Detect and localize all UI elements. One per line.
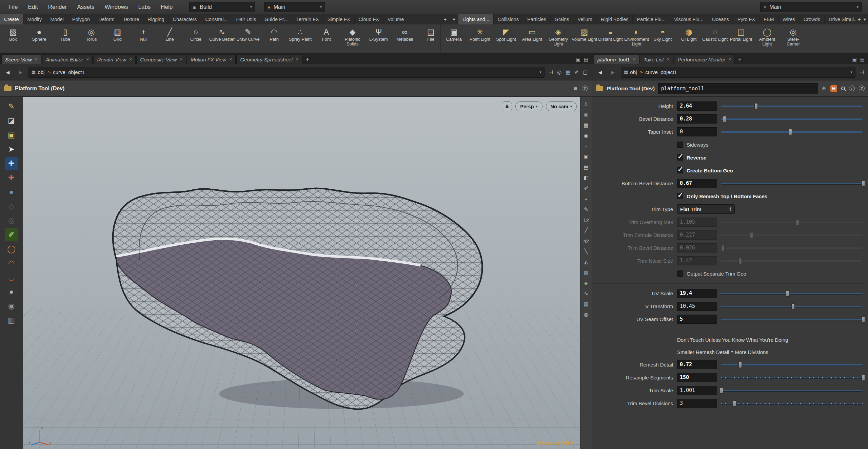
tool-ambient-light[interactable]: ◯ Ambient Light (754, 24, 780, 53)
param-value-field[interactable]: 0.72 (677, 360, 717, 369)
tool-grid[interactable]: ▦ Grid (104, 24, 131, 53)
param-value-field[interactable]: 0.28 (677, 114, 717, 124)
breadcrumb-network[interactable]: ▦ obj (624, 69, 637, 75)
shelf-menu-button[interactable]: ▾ (864, 17, 866, 22)
param-value-field[interactable]: 2.64 (677, 101, 717, 111)
shelf-tab[interactable]: Cloud FX (355, 14, 383, 24)
desktop-select[interactable]: ⊞ Build ▾ (189, 2, 255, 12)
pin-path-icon[interactable]: ⊣ (860, 69, 864, 75)
close-tab-icon[interactable]: × (667, 57, 670, 62)
tool-font[interactable]: A Font (313, 24, 339, 53)
shelf-tab[interactable]: Simple FX (323, 14, 355, 24)
tool-null[interactable]: + Null (131, 24, 157, 53)
param-value-field[interactable]: 10.45 (677, 302, 717, 311)
breadcrumb-node[interactable]: ∿ curve_object1 (639, 69, 677, 75)
close-tab-icon[interactable]: × (229, 57, 232, 62)
shelf-tab[interactable]: Wires (778, 14, 800, 24)
brush-display-icon[interactable]: ✐ (582, 184, 590, 192)
tool-draw-curve[interactable]: ✎ Draw Curve (235, 24, 261, 53)
tool-geometry-light[interactable]: ◈ Geometry Light (545, 24, 571, 53)
forward-button[interactable]: ▶ (608, 67, 618, 77)
param-slider[interactable] (720, 399, 863, 408)
param-slider[interactable] (720, 302, 863, 311)
param-value-field[interactable]: 0.026 (677, 243, 717, 252)
shelf-tab-menu-button[interactable]: ▾ (450, 14, 458, 24)
pane-tab[interactable]: Take List × (640, 54, 673, 64)
menu-item[interactable]: Edit (23, 4, 43, 11)
pane-menu-icon[interactable]: ▤ (584, 57, 588, 62)
camera-view-icon[interactable]: ▣ (582, 153, 590, 161)
param-value-field[interactable]: 1.001 (677, 386, 717, 395)
close-tab-icon[interactable]: × (633, 57, 635, 62)
info-icon[interactable] (849, 86, 855, 91)
param-slider[interactable] (720, 101, 863, 111)
shelf-tab[interactable]: Hair Utils (232, 14, 260, 24)
shelf-tab[interactable]: Polygon (68, 14, 94, 24)
rotate-tool-icon[interactable]: ● (5, 186, 18, 199)
tool-curve-bezier[interactable]: ∿ Curve Bezier (209, 24, 235, 53)
tool-line[interactable]: ╱ Line (157, 24, 183, 53)
close-tab-icon[interactable]: × (296, 57, 299, 62)
desktop-switcher-select[interactable]: ≡ Main ▾ (760, 2, 862, 12)
move-tool-icon[interactable]: ✚ (5, 157, 18, 170)
tool-gi-light[interactable]: ◍ GI Light (676, 24, 702, 53)
tool-circle[interactable]: ○ Circle (183, 24, 209, 53)
view-mask-icon[interactable]: ◭ (582, 258, 590, 266)
snap-options-icon[interactable]: ▦ (582, 121, 590, 129)
houdini-logo-icon[interactable] (830, 85, 837, 92)
param-value-field[interactable]: 5 (677, 315, 717, 324)
param-slider[interactable] (720, 114, 863, 124)
perspective-menu-button[interactable]: Persp (515, 101, 542, 111)
pane-split-icon[interactable]: ▣ (576, 57, 580, 62)
shelf-tab[interactable]: Collisions (494, 14, 523, 24)
shelf-tab[interactable]: Model (46, 14, 68, 24)
stack-display-icon[interactable]: ▥ (5, 314, 18, 327)
menu-item[interactable]: Labs (133, 4, 156, 11)
shelf-tab[interactable]: Particles (523, 14, 551, 24)
tool-environment-light[interactable]: ◐ Environment Light (624, 24, 650, 53)
viewport-3d[interactable]: Persp No cam y x z Education Edition ⎍◎▦… (23, 97, 592, 449)
tool-stereo-camera[interactable]: ◎ Stere- Camer (780, 24, 806, 53)
point-numbers-icon[interactable]: 12 (582, 216, 590, 224)
tool-distant-light[interactable]: ◒ Distant Light (597, 24, 624, 53)
knife-icon[interactable]: ╱ (582, 226, 590, 235)
tool-tube[interactable]: ▯ Tube (52, 24, 78, 53)
home-view-icon[interactable]: ⌂ (582, 142, 590, 150)
view-lock-icon[interactable]: ⎍ (582, 100, 590, 108)
u-curve-tool-icon[interactable]: ◡ (5, 271, 18, 284)
tool-portal-light[interactable]: ◫ Portal Light (728, 24, 754, 53)
pen-tool-icon[interactable]: ✎ (5, 100, 18, 113)
tool-box[interactable]: ▧ Box (0, 24, 26, 53)
param-checkbox[interactable]: ✓ (677, 154, 683, 161)
shelf-tab[interactable]: Vellum (573, 14, 597, 24)
shelf-tab[interactable]: Grains (551, 14, 574, 24)
handles-tool-icon[interactable]: ✚ (5, 171, 18, 184)
tool-point-light[interactable]: ✳ Point Light (467, 24, 493, 53)
param-checkbox[interactable]: ✓ (677, 270, 683, 277)
param-select[interactable]: Flat Trim (677, 204, 735, 214)
help-icon[interactable] (582, 86, 588, 91)
path-dropdown-icon[interactable]: ▾ (850, 70, 852, 74)
shelf-tab[interactable]: Create (0, 14, 23, 24)
help-icon[interactable] (859, 86, 865, 91)
tool-platonic-solids[interactable]: ◆ Platonic Solids (339, 24, 366, 53)
shelf-tab[interactable]: Deform (94, 14, 119, 24)
shelf-tab[interactable]: Lights and... (458, 14, 494, 24)
scene-select[interactable]: ● Main ▾ (264, 2, 325, 12)
mirror-display-icon[interactable]: ◧ (582, 174, 590, 182)
param-value-field[interactable]: 0.227 (677, 230, 717, 240)
shelf-tab[interactable]: Volume (383, 14, 408, 24)
tool-spot-light[interactable]: ◤ Spot Light (493, 24, 519, 53)
tool-area-light[interactable]: ▭ Area Light (519, 24, 545, 53)
forward-button[interactable]: ▶ (16, 67, 26, 77)
material-view-icon[interactable]: ◈ (582, 279, 590, 287)
menu-item[interactable]: Assets (72, 4, 99, 11)
follow-selection-icon[interactable]: ◎ (557, 69, 561, 75)
param-slider[interactable] (720, 360, 863, 369)
gear-icon[interactable]: ✳ (822, 85, 826, 92)
shelf-tab[interactable]: Texture (119, 14, 144, 24)
param-value-field[interactable]: 3 (677, 399, 717, 408)
tool-camera[interactable]: ▣ Camera (441, 24, 467, 53)
menu-item[interactable]: Help (156, 4, 178, 11)
material-palette-icon[interactable]: ✐ (574, 69, 579, 75)
